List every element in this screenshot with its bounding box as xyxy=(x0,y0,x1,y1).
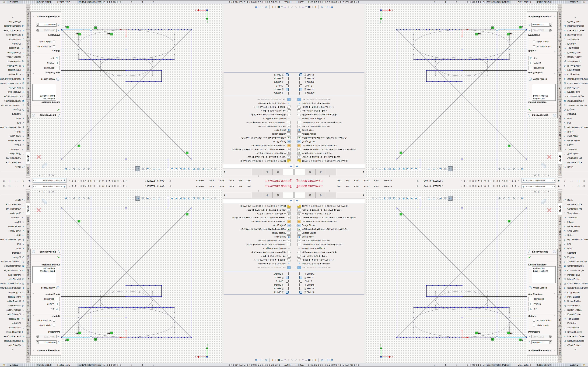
parameter-input[interactable]: 10.88152731 xyxy=(39,335,57,338)
material-book-icon[interactable]: ▤ xyxy=(3,0,5,3)
option-row[interactable]: For construction xyxy=(37,45,55,48)
commandmanager-tab[interactable]: : xyxy=(558,359,562,363)
sketch-tool-item[interactable]: ⊞ Linear Sketch Pattern xyxy=(0,81,25,85)
tree-row[interactable]: ○ƨ5♟◉ƨ5ИЗЄƨ5○⊙○ƨ5ЗЄИƨ5◉♟ƨ5○ xyxy=(224,219,293,223)
collapse-icon[interactable]: ⌃ xyxy=(554,101,556,103)
relation-badges[interactable]: ⊿ 3 ⊿ = 109 = 109 ╱ ⊿ 3 xyxy=(400,213,523,341)
sketch-tool-item[interactable]: ⌐ Stretch Entities xyxy=(0,55,25,59)
panel-expand-icon[interactable]: ❯ xyxy=(362,194,364,196)
options-header[interactable]: Options xyxy=(52,50,60,52)
tree-row[interactable]: ○ИИ⊙ƽ⊙♟◉○⊙○◉♟⊙ƽ⊙ИИ○ xyxy=(295,262,364,266)
sketch-dashed-rects[interactable] xyxy=(78,291,174,337)
relation-entry[interactable]: Equal length109 xyxy=(533,270,554,272)
commandmanager-tab[interactable]: : xyxy=(558,4,562,8)
tree-row[interactable]: Solid Bodies xyxy=(295,128,364,132)
line-format-icon[interactable]: ⊼ xyxy=(274,359,276,362)
sketch-tree-row[interactable]: (-) Sketch4 xyxy=(295,287,364,290)
sketch-tool-item[interactable]: ◝ Tangent Arc xyxy=(0,151,25,156)
panel-splitter[interactable] xyxy=(222,271,294,271)
tree-row[interactable]: ▸ ○ƨ5ИИ◉⊙✜A✜◉ИИA○⊙○AИИ◉✜A✜⊙◉ИИƨ5○ xyxy=(295,136,364,140)
help-icon[interactable]: ? xyxy=(32,114,35,117)
commandmanager-tab[interactable]: MBD Dimensions xyxy=(26,11,30,30)
parameters-header[interactable]: Parameters xyxy=(48,34,60,36)
chevron-down-icon[interactable]: ▾ xyxy=(554,180,555,181)
sketch-tree-row[interactable]: (-) Sketch2 xyxy=(224,275,293,279)
commandmanager-tab[interactable]: Evaluate xyxy=(26,113,30,125)
commandmanager-tab[interactable]: Sheet Metal xyxy=(26,100,30,113)
sketch-tool-item[interactable]: ◝ Tangent Arc xyxy=(563,211,588,216)
commandmanager-tab[interactable]: : xyxy=(26,356,30,359)
sketch-tool-item[interactable]: ∿ Spline xyxy=(0,130,25,134)
tree-row[interactable]: ○ƨ5ИИ◉⊙✜A∪ªЗЄ○⊙○ЗЄª∪A✜⊙◉ИИƨ5○ xyxy=(295,242,364,246)
scrollbar-thumb[interactable] xyxy=(364,87,366,88)
spinner-control[interactable]: ▲▼ xyxy=(549,23,552,26)
tree-row[interactable]: Surface Bodies xyxy=(224,132,293,136)
sketch-tool-item[interactable]: ⊞ Linear Sketch Pattern xyxy=(563,282,588,286)
sketch-tool-item[interactable]: ◌ Perimeter Circle xyxy=(0,202,25,207)
expand-icon[interactable]: ⌄ xyxy=(32,16,34,18)
featuremanager-tab[interactable]: ⊕ xyxy=(315,169,326,175)
sketch-tool-item[interactable]: ∿ Style Spline xyxy=(0,229,25,233)
sketch-blue-lines[interactable] xyxy=(62,30,191,171)
options-header[interactable]: Options xyxy=(52,315,60,317)
line-format-icon[interactable]: │ xyxy=(318,5,320,8)
sketch-tool-item[interactable]: ❒ Convert Entities xyxy=(0,33,25,37)
sketch-tool-item[interactable]: ▱ Parallelogram xyxy=(563,273,588,277)
featuremanager-tab[interactable] xyxy=(294,192,305,198)
checkbox[interactable] xyxy=(533,41,535,43)
tree-filter-box[interactable] xyxy=(295,199,365,203)
option-row[interactable]: For construction xyxy=(37,319,55,322)
expand-arrow-icon[interactable]: ▸ xyxy=(295,213,297,215)
sketch-tool-item[interactable]: ⌒ Fit Spline xyxy=(563,321,588,325)
sketch-tool-item[interactable]: ⎔ Polygon xyxy=(0,255,25,259)
option-row[interactable]: Infinite length xyxy=(533,324,548,326)
line-format-icon[interactable]: ✱ xyxy=(255,5,257,8)
sketch-tool-item[interactable]: ↗ Move Entities xyxy=(563,295,588,299)
expand-arrow-icon[interactable]: ▸ xyxy=(295,228,297,230)
sketch-tool-item[interactable]: ◫ Mirror Entities xyxy=(0,277,25,281)
minimize-button[interactable]: – xyxy=(571,185,572,187)
parameter-field-row[interactable]: ↗ 10.88152731 ▲▼ xyxy=(32,334,60,339)
collapse-icon[interactable]: ⌃ xyxy=(554,264,556,266)
tree-row[interactable]: Material < not specified > xyxy=(224,246,293,250)
spinner-control[interactable]: ▲▼ xyxy=(549,335,552,338)
search-box[interactable]: ◈ Search CAD Models ⌕ ▾ xyxy=(521,178,555,183)
sketch-tool-item[interactable]: ◯ Circle xyxy=(0,165,25,169)
menu-item[interactable]: File xyxy=(247,185,251,188)
collapse-icon[interactable]: ⌃ xyxy=(32,264,34,266)
tree-row[interactable]: ▸ ○Λ♟◉✜ƨ5⊙Я○⊙○Я⊙ƨ5✜◉♟Λ○ xyxy=(224,151,293,155)
tree-filter-box[interactable] xyxy=(223,199,293,203)
sketch-tree-row[interactable]: (-) Sketch4 xyxy=(224,287,293,290)
help-icon[interactable]: ? xyxy=(23,185,24,187)
commandmanager-tab[interactable]: Sketch xyxy=(558,203,562,215)
sketch-tool-item[interactable]: ╭ Sketch Fillet xyxy=(563,325,588,330)
menu-item[interactable]: Insert xyxy=(363,179,369,182)
sketch-tool-item[interactable]: ○ Ellipse xyxy=(563,143,588,147)
menu-item[interactable]: View xyxy=(354,179,359,182)
menu-item[interactable]: Edit xyxy=(346,185,349,188)
sketch-tool-item[interactable]: ◇ 3 Point Center Recta... xyxy=(563,103,588,108)
sketch-tool-item[interactable]: ◠ 3 Point Arc xyxy=(563,147,588,151)
parameter-input[interactable]: 0.00000000° xyxy=(531,341,549,344)
line-format-icon[interactable]: ✐ xyxy=(295,5,297,8)
commandmanager-tab[interactable]: : xyxy=(558,356,562,359)
add-relation-button[interactable]: ⚓ Fix xyxy=(528,56,554,60)
menu-item[interactable]: View xyxy=(229,179,234,182)
add-relation-button[interactable]: ⚓ Fix xyxy=(34,307,60,311)
restore-button[interactable]: ❐ xyxy=(577,180,579,182)
featuremanager-tab[interactable]: ⚙ xyxy=(305,192,315,198)
tree-row[interactable]: ○ИИ⊙ƽ⊙♟◉○⊙○◉♟⊙ƽ⊙ИИ○ xyxy=(295,101,364,105)
tree-filter-box[interactable] xyxy=(223,164,293,168)
expand-arrow-icon[interactable]: ▸ xyxy=(295,141,297,143)
parameter-field-row[interactable]: ∠ 0.00000000° ▲▼ xyxy=(32,23,60,27)
sketch-tree-row[interactable]: Sketch3 xyxy=(224,279,293,283)
sketch-tool-item[interactable]: ⌒ Centerpoint Arc xyxy=(0,207,25,211)
line-format-icon[interactable]: Ŀ xyxy=(271,359,273,362)
line-format-icon[interactable]: ✏ xyxy=(302,359,304,362)
search-icon[interactable]: ⌕ xyxy=(34,179,37,182)
add-relations-header[interactable]: Add Relations xyxy=(45,293,60,295)
menu-item[interactable]: View xyxy=(354,185,359,188)
panel-splitter[interactable] xyxy=(222,72,294,73)
sketch-tool-item[interactable]: ⊤ Extend Entities xyxy=(563,312,588,317)
sketch-tree-row[interactable]: (-) Sketch6 xyxy=(295,290,364,294)
